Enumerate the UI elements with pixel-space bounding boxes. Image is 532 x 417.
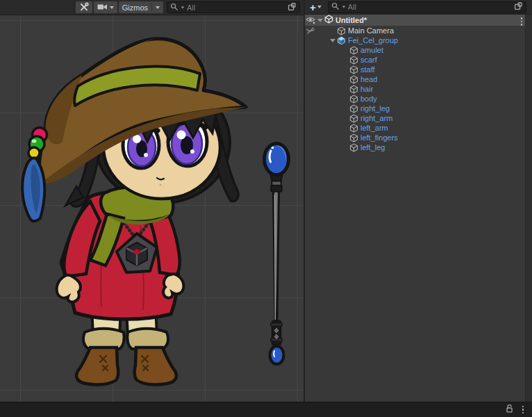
hierarchy-item-main-camera[interactable]: Main Camera (305, 26, 525, 35)
popout-icon[interactable] (514, 1, 523, 13)
hierarchy-item-left-fingers[interactable]: left_fingers (305, 133, 525, 142)
gameobject-cube-icon (349, 133, 358, 142)
gameobject-cube-icon (349, 124, 358, 133)
search-icon (331, 1, 340, 13)
scene-search-input[interactable] (187, 3, 285, 12)
lock-icon[interactable] (505, 404, 514, 416)
prefab-icon (337, 36, 346, 45)
scene-row-untitled[interactable]: Untitled* (305, 15, 532, 26)
add-gameobject-button[interactable]: + (307, 1, 324, 13)
hierarchy-item-body[interactable]: body (305, 94, 525, 104)
scene-search-field[interactable] (167, 1, 300, 13)
hierarchy-item-fei-cel-group[interactable]: Fei_Cel_group (305, 35, 525, 45)
popout-icon[interactable] (288, 1, 297, 14)
gameobject-cube-icon (349, 56, 358, 65)
gameobject-cube-icon (349, 104, 358, 113)
scene-visibility-toggle[interactable] (305, 16, 316, 24)
expander-icon[interactable] (329, 39, 337, 42)
gameobject-cube-icon (349, 65, 358, 74)
hierarchy-item-label: right_arm (360, 113, 392, 123)
kebab-icon[interactable] (521, 404, 526, 416)
plus-icon: + (310, 2, 316, 13)
hierarchy-item-hair[interactable]: hair (305, 84, 525, 94)
gameobject-cube-icon (349, 95, 358, 104)
hierarchy-item-head[interactable]: head (305, 74, 525, 84)
gameobject-cube-icon (349, 75, 358, 84)
hierarchy-item-right-leg[interactable]: right_leg (305, 104, 525, 113)
hierarchy-item-label: Fei_Cel_group (348, 35, 398, 45)
visibility-off-icon[interactable] (305, 26, 316, 35)
hierarchy-item-label: left_arm (360, 123, 388, 133)
hierarchy-item-right-arm[interactable]: right_arm (305, 113, 525, 123)
hierarchy-search-field[interactable] (328, 1, 526, 13)
hierarchy-item-label: body (360, 94, 377, 104)
character-fei-sprite[interactable] (22, 39, 246, 385)
hierarchy-item-label: hair (360, 84, 373, 94)
hierarchy-item-label: left_fingers (360, 133, 398, 142)
gizmos-label: Gizmos (122, 3, 148, 12)
kebab-icon[interactable] (519, 16, 524, 27)
search-filter-caret-icon[interactable] (342, 6, 345, 8)
scene-toolbar: Gizmos (0, 0, 304, 15)
video-camera-icon (97, 3, 108, 13)
staff-sprite[interactable] (265, 144, 289, 365)
hierarchy-item-staff[interactable]: staff (305, 65, 525, 74)
chevron-down-icon (110, 6, 114, 9)
hierarchy-item-scarf[interactable]: scarf (305, 55, 525, 65)
hierarchy-item-left-arm[interactable]: left_arm (305, 123, 525, 133)
scene-view-panel: Gizmos (0, 0, 304, 402)
hierarchy-item-label: staff (360, 65, 375, 74)
hierarchy-item-label: Main Camera (348, 26, 394, 35)
hierarchy-tree: Main CameraFei_Cel_groupamuletscarfstaff… (305, 26, 532, 152)
scene-tools-button[interactable] (76, 1, 92, 13)
hierarchy-item-label: left_leg (360, 142, 385, 152)
scene-sprites (0, 15, 304, 402)
chevron-down-icon (156, 6, 160, 9)
status-bar (0, 402, 532, 417)
gameobject-cube-icon (349, 114, 358, 123)
hierarchy-item-label: amulet (360, 45, 383, 55)
scene-name: Untitled* (335, 16, 367, 24)
hierarchy-panel: + (305, 0, 532, 402)
chevron-down-icon (317, 6, 322, 8)
hat-beads-feather-sprite[interactable] (22, 128, 47, 222)
gameobject-cube-icon (337, 26, 346, 35)
hierarchy-item-label: right_leg (360, 104, 390, 113)
scene-camera-button[interactable] (94, 1, 117, 13)
hierarchy-toolbar: + (305, 0, 532, 15)
hierarchy-item-label: scarf (360, 55, 377, 65)
search-icon (170, 1, 178, 14)
scene-expander-icon[interactable] (316, 19, 324, 22)
search-filter-caret-icon[interactable] (181, 6, 185, 8)
scene-toolbar-spacer (0, 0, 74, 15)
gizmos-dropdown[interactable]: Gizmos (119, 1, 163, 13)
gameobject-cube-icon (349, 85, 358, 94)
scene-canvas[interactable] (0, 15, 304, 402)
hierarchy-search-input[interactable] (348, 3, 512, 11)
unity-editor-window: Gizmos (0, 0, 532, 417)
hierarchy-item-label: head (360, 74, 377, 84)
hierarchy-item-left-leg[interactable]: left_leg (305, 142, 525, 152)
wrench-screwdriver-icon (79, 2, 89, 13)
gameobject-cube-icon (349, 46, 358, 55)
button-divider (151, 3, 152, 12)
unity-logo-icon (324, 14, 333, 26)
hierarchy-scrollbar[interactable] (525, 15, 532, 402)
hierarchy-item-amulet[interactable]: amulet (305, 45, 525, 55)
gameobject-cube-icon (349, 143, 358, 152)
